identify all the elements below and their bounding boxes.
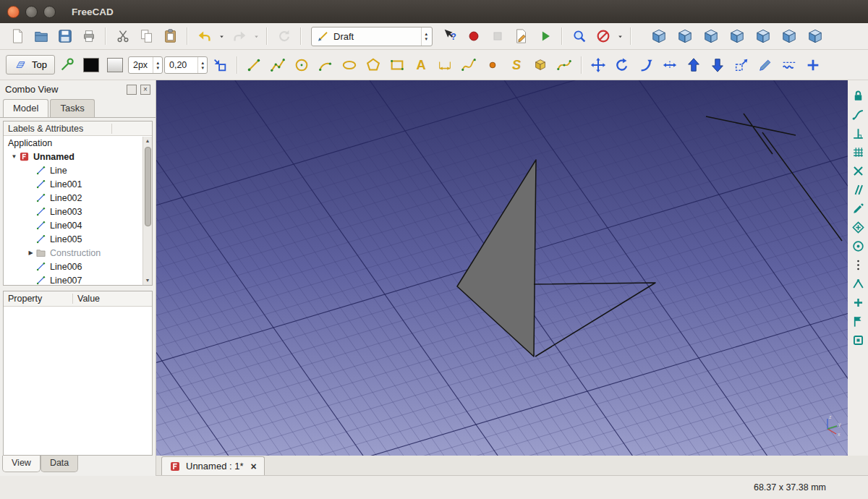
window-maximize-button[interactable] (43, 6, 56, 18)
redo-button[interactable] (228, 26, 250, 47)
view-right-button[interactable] (725, 26, 749, 47)
cut-button[interactable] (111, 26, 134, 47)
paste-button[interactable] (159, 26, 182, 47)
draft-trim-button[interactable] (659, 54, 681, 75)
draft-upgrade-button[interactable] (683, 54, 705, 75)
open-button[interactable] (30, 26, 52, 47)
snap-working-plane-button[interactable] (849, 331, 867, 349)
view-bottom-button[interactable] (777, 26, 801, 47)
expand-arrow-icon[interactable]: ▼ (9, 153, 19, 160)
view-rear-button[interactable] (751, 26, 775, 47)
view-front-button[interactable] (673, 26, 697, 47)
window-minimize-button[interactable] (25, 6, 38, 18)
scroll-down-icon[interactable]: ▼ (145, 276, 150, 285)
draft-polyline-button[interactable] (267, 54, 289, 75)
draft-bezier-button[interactable] (553, 54, 576, 75)
macro-record-button[interactable] (462, 26, 485, 47)
draft-ellipse-button[interactable] (339, 54, 361, 75)
face-color-button[interactable] (104, 54, 127, 75)
view-top-button[interactable] (699, 26, 723, 47)
autogroup-button[interactable] (209, 54, 231, 75)
tab-data[interactable]: Data (41, 456, 78, 472)
scrollbar-thumb[interactable] (145, 147, 151, 226)
new-document-button[interactable] (6, 26, 28, 47)
snap-angle-button[interactable] (849, 275, 867, 292)
snap-special-button[interactable] (849, 294, 867, 311)
save-button[interactable] (54, 26, 76, 47)
view-axonometric-button[interactable] (647, 26, 671, 47)
draft-move-button[interactable] (587, 54, 610, 75)
tree-item-unnamed[interactable]: ▼ Unnamed (4, 150, 142, 163)
print-button[interactable] (77, 26, 100, 47)
tree-item-construction[interactable]: ▶ Construction (4, 246, 142, 260)
macro-execute-button[interactable] (534, 26, 556, 47)
snap-lock-button[interactable] (849, 87, 867, 104)
line-width-spinner[interactable]: 2px ▴▾ (128, 56, 163, 74)
draft-polygon-button[interactable] (362, 54, 385, 75)
snap-center-button[interactable] (849, 237, 867, 255)
text-scale-spinner[interactable]: 0,20 ▴▾ (164, 56, 208, 74)
spin-down-arrow[interactable]: ▾ (201, 65, 204, 70)
draft-bspline-button[interactable] (458, 54, 480, 75)
snap-perpendicular-button[interactable] (849, 124, 867, 142)
property-list[interactable] (4, 307, 152, 455)
expand-arrow-icon[interactable]: ▶ (26, 250, 35, 256)
snap-grid-button[interactable] (849, 143, 867, 161)
draft-point-button[interactable] (482, 54, 504, 75)
zoom-tools-button[interactable] (568, 26, 590, 47)
draft-arc-button[interactable] (315, 54, 337, 75)
tree-item-line006[interactable]: Line006 (4, 260, 142, 273)
spin-up-arrow[interactable]: ▴ (156, 60, 159, 65)
undo-button[interactable] (193, 26, 216, 47)
spin-down-arrow[interactable]: ▾ (156, 65, 159, 70)
snap-extension-button[interactable] (849, 106, 867, 123)
draft-wire-to-bspline-button[interactable] (778, 54, 801, 75)
document-tab-close-icon[interactable]: × (251, 461, 257, 472)
draft-edit-button[interactable] (754, 54, 777, 75)
snap-dimensions-button[interactable] (849, 312, 867, 330)
workbench-selector[interactable]: Draft ▴▾ (311, 27, 433, 46)
draft-dimension-button[interactable] (434, 54, 456, 75)
3d-viewport[interactable]: x y z (156, 80, 848, 456)
window-close-button[interactable] (7, 6, 20, 18)
copy-button[interactable] (135, 26, 158, 47)
draw-style-dropdown[interactable] (616, 26, 625, 47)
tree-item-line004[interactable]: Line004 (4, 218, 142, 232)
redo-dropdown[interactable] (252, 26, 261, 47)
draw-style-button[interactable] (592, 26, 614, 47)
tree-item-line003[interactable]: Line003 (4, 205, 142, 218)
tree-item-line002[interactable]: Line002 (4, 191, 142, 205)
snap-midpoint-button[interactable] (849, 218, 867, 236)
draft-shapestring-button[interactable] (506, 54, 528, 75)
scroll-up-icon[interactable]: ▲ (145, 137, 150, 145)
working-plane-button[interactable]: Top (6, 55, 55, 74)
draft-downgrade-button[interactable] (707, 54, 729, 75)
tree-item-line005[interactable]: Line005 (4, 232, 142, 246)
tree-item-application[interactable]: Application (4, 136, 142, 150)
view-left-button[interactable] (803, 26, 827, 47)
snap-endpoint-button[interactable] (849, 200, 867, 217)
refresh-button[interactable] (273, 26, 295, 47)
document-tab[interactable]: Unnamed : 1* × (161, 456, 265, 475)
panel-float-button[interactable] (127, 85, 137, 95)
tab-tasks[interactable]: Tasks (50, 99, 94, 117)
draft-rotate-button[interactable] (611, 54, 634, 75)
tree-item-line007[interactable]: Line007 (4, 273, 142, 286)
macro-edit-button[interactable] (510, 26, 532, 47)
draft-circle-button[interactable] (291, 54, 313, 75)
tree-item-line001[interactable]: Line001 (4, 177, 142, 191)
workbench-selector-arrows[interactable]: ▴▾ (421, 27, 430, 46)
draft-rectangle-button[interactable] (386, 54, 409, 75)
draft-facebinder-button[interactable] (529, 54, 552, 75)
draft-add-point-button[interactable] (802, 54, 825, 75)
tree-scrollbar[interactable]: ▲ ▼ (142, 137, 152, 285)
snap-parallel-button[interactable] (849, 181, 867, 198)
draft-line-button[interactable] (243, 54, 265, 75)
undo-dropdown[interactable] (217, 26, 226, 47)
spin-up-arrow[interactable]: ▴ (201, 60, 204, 65)
panel-close-button[interactable]: × (140, 85, 150, 95)
line-color-button[interactable] (80, 54, 103, 75)
draft-scale-button[interactable] (731, 54, 753, 75)
draft-offset-button[interactable] (635, 54, 658, 75)
draft-text-button[interactable] (410, 54, 433, 75)
